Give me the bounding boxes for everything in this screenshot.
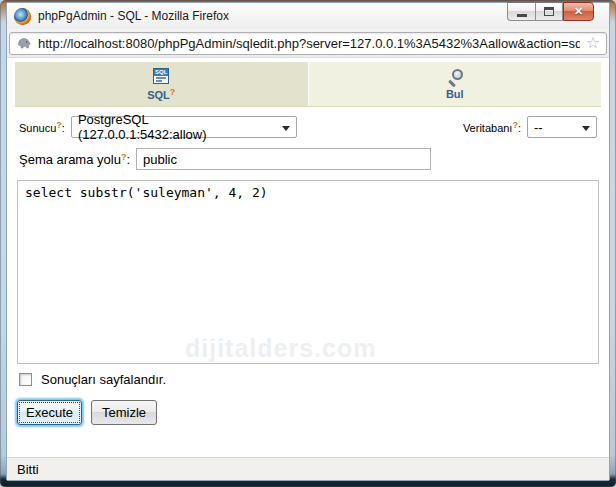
maximize-button[interactable]: [535, 2, 563, 21]
bookmark-star-icon[interactable]: ☆: [586, 35, 600, 51]
chevron-down-icon: [282, 126, 290, 131]
chevron-down-icon: [582, 126, 590, 131]
database-select[interactable]: --: [527, 116, 597, 138]
browser-window: phpPgAdmin - SQL - Mozilla Firefox ☆ SQL: [0, 0, 616, 487]
server-label-colon: :: [62, 122, 65, 134]
sql-icon-line: [156, 77, 166, 79]
database-label-text: Veritabanı: [463, 122, 513, 134]
tab-bar: SQL SQL? Bul: [15, 62, 601, 107]
window-body: phpPgAdmin - SQL - Mozilla Firefox ☆ SQL: [6, 2, 610, 481]
search-icon-lens: [452, 69, 463, 80]
database-label: Veritabanı?:: [463, 120, 521, 134]
paginate-checkbox[interactable]: [19, 373, 32, 386]
sql-tab-icon: SQL: [153, 68, 169, 84]
window-title: phpPgAdmin - SQL - Mozilla Firefox: [38, 9, 229, 23]
sql-icon-text: SQL: [154, 69, 168, 76]
tab-sql-text: SQL: [147, 89, 170, 101]
database-label-colon: :: [518, 122, 521, 134]
schema-label-colon: :: [126, 152, 130, 167]
tab-sql[interactable]: SQL SQL?: [15, 62, 308, 106]
tab-find[interactable]: Bul: [309, 62, 602, 106]
browser-navbar: ☆: [7, 29, 609, 58]
database-select-value: --: [534, 120, 543, 135]
status-text: Bitti: [17, 462, 39, 477]
execute-button-label: Execute: [19, 402, 80, 423]
server-label-text: Sunucu: [19, 122, 56, 134]
sql-icon-line: [156, 80, 162, 82]
search-icon-handle: [448, 79, 456, 87]
tab-find-label: Bul: [446, 89, 464, 100]
firefox-icon: [14, 8, 31, 25]
paginate-row: Sonuçları sayfalandır.: [19, 372, 597, 387]
search-icon: [446, 69, 464, 86]
schema-row: Şema arama yolu?:: [19, 147, 597, 171]
maximize-icon: [544, 7, 554, 16]
phppgadmin-page: SQL SQL? Bul Sunucu?:: [7, 58, 609, 457]
server-label: Sunucu?:: [19, 120, 65, 134]
clear-button[interactable]: Temizle: [91, 400, 157, 425]
postgresql-favicon: [16, 35, 32, 51]
schema-search-path-input[interactable]: [136, 148, 431, 170]
server-select[interactable]: PostgreSQL (127.0.0.1:5432:allow): [71, 116, 297, 138]
tab-sql-label: SQL?: [147, 87, 175, 101]
sql-query-textarea[interactable]: select substr('suleyman', 4, 2): [17, 180, 599, 364]
minimize-button[interactable]: [507, 2, 535, 21]
sql-help-link[interactable]: ?: [170, 87, 176, 97]
close-icon: ✕: [574, 5, 583, 18]
execute-button[interactable]: Execute: [17, 400, 82, 425]
action-buttons-row: Execute Temizle: [17, 400, 599, 425]
schema-label-text: Şema arama yolu: [19, 152, 121, 167]
window-controls: ✕: [507, 2, 594, 21]
database-group: Veritabanı?: --: [463, 116, 597, 138]
url-bar[interactable]: ☆: [9, 32, 607, 55]
server-database-row: Sunucu?: PostgreSQL (127.0.0.1:5432:allo…: [19, 115, 597, 139]
schema-label: Şema arama yolu?:: [19, 152, 130, 167]
url-input[interactable]: [38, 36, 580, 51]
clear-button-label: Temizle: [93, 402, 155, 423]
paginate-label: Sonuçları sayfalandır.: [41, 372, 166, 387]
server-select-value: PostgreSQL (127.0.0.1:5432:allow): [78, 112, 276, 142]
close-button[interactable]: ✕: [563, 2, 594, 21]
status-bar: Bitti: [7, 457, 609, 480]
minimize-icon: [517, 14, 527, 17]
